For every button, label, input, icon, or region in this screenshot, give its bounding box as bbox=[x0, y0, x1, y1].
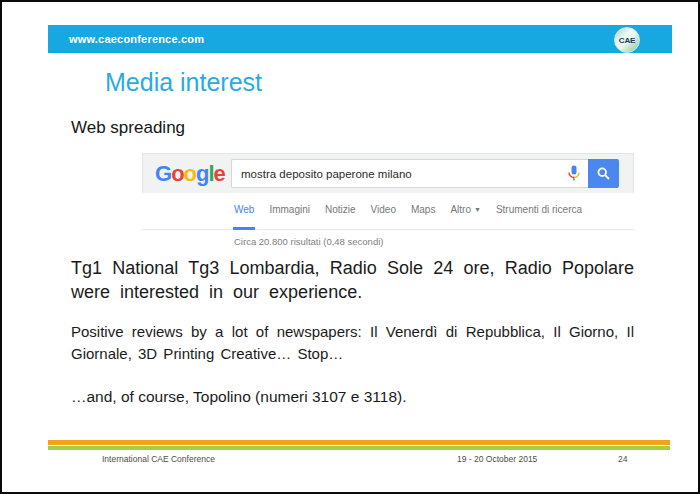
tab-altro[interactable]: Altro▼ bbox=[450, 204, 481, 229]
tab-strumenti[interactable]: Strumenti di ricerca bbox=[496, 204, 582, 229]
tab-maps[interactable]: Maps bbox=[411, 204, 435, 229]
google-logo-letter: G bbox=[155, 161, 171, 186]
cae-logo: CAE bbox=[614, 27, 640, 53]
tab-web[interactable]: Web bbox=[234, 204, 254, 229]
footer-page-number: 24 bbox=[618, 454, 627, 464]
search-input[interactable] bbox=[231, 159, 588, 188]
search-button[interactable] bbox=[588, 159, 619, 188]
header-bar: www.caeconference.com CAE bbox=[48, 25, 672, 53]
tab-immagini[interactable]: Immagini bbox=[269, 204, 310, 229]
tab-notizie[interactable]: Notizie bbox=[325, 204, 356, 229]
google-logo-letter: e bbox=[214, 161, 225, 186]
footer-conference-name: International CAE Conference bbox=[102, 454, 215, 464]
footer-date: 19 - 20 October 2015 bbox=[457, 454, 537, 464]
search-row bbox=[231, 159, 619, 188]
page-title: Media interest bbox=[105, 68, 262, 97]
google-tabs: Web Immagini Notizie Video Maps Altro▼ S… bbox=[142, 193, 634, 230]
footer-stripe-green bbox=[48, 446, 670, 450]
google-logo: Google bbox=[155, 161, 231, 187]
search-box bbox=[231, 159, 588, 188]
microphone-icon[interactable] bbox=[568, 165, 580, 182]
paragraph-media-list: Tg1 National Tg3 Lombardia, Radio Sole 2… bbox=[71, 256, 634, 304]
google-search-header: Google bbox=[142, 153, 634, 193]
google-logo-letter: o bbox=[184, 161, 196, 186]
paragraph-topolino: …and, of course, Topolino (numeri 3107 e… bbox=[71, 388, 634, 406]
slide: www.caeconference.com CAE Media interest… bbox=[0, 0, 700, 494]
results-stats: Circa 20.800 risultati (0,48 secondi) bbox=[142, 230, 634, 257]
conference-url: www.caeconference.com bbox=[69, 33, 204, 45]
tab-video[interactable]: Video bbox=[371, 204, 396, 229]
dropdown-arrow-icon: ▼ bbox=[474, 206, 481, 213]
google-search-screenshot: Google bbox=[142, 153, 634, 257]
footer-stripe-orange bbox=[48, 440, 670, 445]
slide-subtitle: Web spreading bbox=[71, 118, 185, 138]
paragraph-newspapers: Positive reviews by a lot of newspapers:… bbox=[71, 321, 634, 364]
cae-logo-text: CAE bbox=[619, 36, 635, 45]
google-logo-letter: o bbox=[171, 161, 183, 186]
google-logo-letter: g bbox=[196, 161, 208, 186]
magnifier-icon bbox=[597, 167, 610, 180]
tab-altro-label: Altro bbox=[450, 204, 471, 215]
